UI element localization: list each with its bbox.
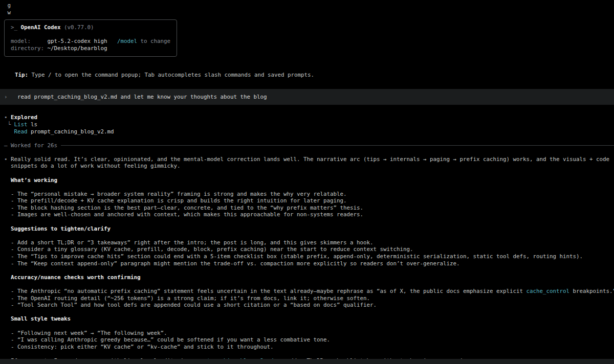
shell-command-line: ❯g — [4, 2, 614, 9]
welcome-box-line-segment — [107, 38, 118, 44]
assistant-line — [4, 281, 614, 288]
assistant-line — [4, 350, 614, 357]
assistant-line-segment: Really solid read. It’s clear, opinionat… — [11, 156, 609, 163]
shell-command-line-segment: g — [8, 2, 11, 9]
assistant-line-segment: - The “Tips to improve cache hits” secti… — [4, 253, 583, 260]
assistant-line: - Images are well-chosen and anchored wi… — [4, 211, 614, 218]
welcome-box-line-segment: to change — [137, 38, 170, 44]
composer-input-strip[interactable] — [0, 359, 614, 364]
welcome-box-line-segment: model: — [11, 38, 48, 44]
assistant-line: Suggestions to tighten/clarify — [4, 225, 614, 233]
assistant-line-segment: • — [4, 156, 11, 163]
explored-line: Read prompt_caching_blog_v2.md — [4, 128, 614, 135]
assistant-line-segment: Suggestions to tighten/clarify — [4, 225, 111, 232]
assistant-line: - “Tool Search Tool” and how tool defs a… — [4, 302, 614, 309]
assistant-line: What’s working — [4, 177, 614, 184]
explored-tool-calls: • Explored └ List ls Read prompt_caching… — [0, 114, 614, 135]
assistant-line-segment: - The prefill/decode + KV cache explanat… — [4, 197, 347, 204]
explored-line-segment: └ — [4, 121, 14, 128]
assistant-line: Small style tweaks — [4, 315, 614, 323]
assistant-line-segment: - The block hashing section is the best … — [4, 204, 363, 211]
shell-command-line: cw — [4, 9, 614, 16]
assistant-line: - “I was calling Anthropic greedy becaus… — [4, 336, 614, 344]
explored-line-segment — [4, 128, 14, 135]
assistant-line: - The “Keep context append-only” paragra… — [4, 260, 614, 267]
assistant-line-segment: - The “Keep context append-only” paragra… — [4, 260, 460, 267]
assistant-response: • Really solid read. It’s clear, opinion… — [0, 156, 614, 364]
assistant-line: - The prefill/decode + KV cache explanat… — [4, 197, 614, 204]
assistant-line-segment: - “Tool Search Tool” and how tool defs a… — [4, 302, 377, 308]
welcome-box-line-segment: OpenAI Codex — [21, 24, 61, 31]
assistant-line: - The block hashing section is the best … — [4, 204, 614, 212]
assistant-line-segment: - The OpenAI routing detail (“~256 token… — [4, 295, 370, 302]
explored-line-segment: List — [14, 121, 28, 128]
welcome-box-line: model: gpt-5.2-codex high /model to chan… — [11, 38, 170, 45]
worked-duration-divider: — Worked for 26s — [0, 142, 614, 149]
assistant-line-segment: snippets do a lot of work without feelin… — [4, 163, 181, 169]
explored-line: • Explored — [4, 114, 614, 121]
assistant-line — [4, 309, 614, 316]
shell-command-line: ❯gcw — [0, 0, 614, 16]
assistant-line: - The OpenAI routing detail (“~256 token… — [4, 295, 614, 302]
assistant-line: - Consider a tiny glossary (KV cache, pr… — [4, 246, 614, 253]
explored-line-segment: prompt_caching_blog_v2.md — [28, 128, 114, 135]
assistant-line — [4, 267, 614, 274]
assistant-line-segment: - Consider a tiny glossary (KV cache, pr… — [4, 246, 413, 253]
assistant-line: - Add a short TL;DR or “3 takeaways” rig… — [4, 239, 614, 246]
explored-line-segment: Read — [14, 128, 28, 135]
assistant-line-segment: Accuracy/nuance checks worth confirming — [4, 274, 141, 281]
tip-line: Tip: Type / to open the command popup; T… — [0, 65, 614, 79]
welcome-box-line-segment: gpt-5.2-codex high — [48, 38, 107, 44]
assistant-line: Accuracy/nuance checks worth confirming — [4, 274, 614, 281]
assistant-line — [4, 184, 614, 191]
welcome-box-line-segment: (v0.77.0) — [61, 24, 94, 31]
assistant-line: - The “personal mistake → broader system… — [4, 191, 614, 198]
user-message-band: › read prompt_caching_blog_v2.md and let… — [0, 89, 614, 105]
codex-welcome-box: >_ OpenAI Codex (v0.77.0) model: gpt-5.2… — [4, 19, 177, 56]
welcome-box-line — [11, 31, 170, 38]
assistant-line: snippets do a lot of work without feelin… — [4, 163, 614, 170]
assistant-line — [4, 170, 614, 177]
assistant-line — [4, 232, 614, 239]
explored-line-segment: Explored — [11, 114, 37, 121]
welcome-box-line-segment: >_ — [11, 24, 21, 31]
explored-line-segment: ls — [28, 121, 38, 128]
explored-line-segment: • — [4, 114, 11, 121]
assistant-line: • Really solid read. It’s clear, opinion… — [4, 156, 614, 163]
welcome-box-line-segment: directory: — [11, 45, 48, 52]
worked-duration-label: — Worked for 26s — [4, 142, 57, 149]
assistant-line-segment: What’s working — [4, 177, 57, 184]
assistant-line: - The “Tips to improve cache hits” secti… — [4, 253, 614, 260]
assistant-line: - Consistency: pick either “KV cache” or… — [4, 344, 614, 351]
assistant-line: - The Anthropic “no automatic prefix cac… — [4, 288, 614, 295]
user-message-line-segment: read prompt_caching_blog_v2.md and let m… — [17, 94, 267, 100]
assistant-line-segment: - Add a short TL;DR or “3 takeaways” rig… — [4, 239, 374, 246]
assistant-line-segment: - The “personal mistake → broader system… — [4, 191, 347, 197]
user-message-line-segment: › — [4, 94, 17, 100]
user-message-line: › read prompt_caching_blog_v2.md and let… — [4, 94, 614, 101]
assistant-line-segment: - “I was calling Anthropic greedy becaus… — [4, 336, 330, 343]
assistant-line-segment: - Consistency: pick either “KV cache” or… — [4, 344, 274, 350]
assistant-line — [4, 323, 614, 330]
assistant-line: - “Following next week” → “The following… — [4, 330, 614, 337]
assistant-line-segment: - “Following next week” → “The following… — [4, 330, 167, 336]
assistant-line-segment: cache_control — [527, 288, 570, 294]
assistant-line-segment: breakpoints.” — [569, 288, 614, 294]
welcome-box-line-segment: /model — [117, 38, 137, 44]
assistant-line — [4, 218, 614, 225]
shell-command-line-segment: w — [8, 9, 11, 16]
assistant-line-segment: Small style tweaks — [4, 315, 71, 322]
welcome-box-line-segment: ~/Desktop/bearblog — [48, 45, 107, 52]
welcome-box-line: >_ OpenAI Codex (v0.77.0) — [11, 24, 170, 31]
assistant-line-segment: - The Anthropic “no automatic prefix cac… — [4, 288, 527, 294]
welcome-box-line: directory: ~/Desktop/bearblog — [11, 45, 170, 52]
assistant-line-segment: - Images are well-chosen and anchored wi… — [4, 211, 363, 218]
explored-line: └ List ls — [4, 121, 614, 128]
tip-label: Tip: — [15, 72, 28, 78]
tip-text: Type / to open the command popup; Tab au… — [28, 72, 314, 78]
divider-rule — [61, 145, 614, 146]
